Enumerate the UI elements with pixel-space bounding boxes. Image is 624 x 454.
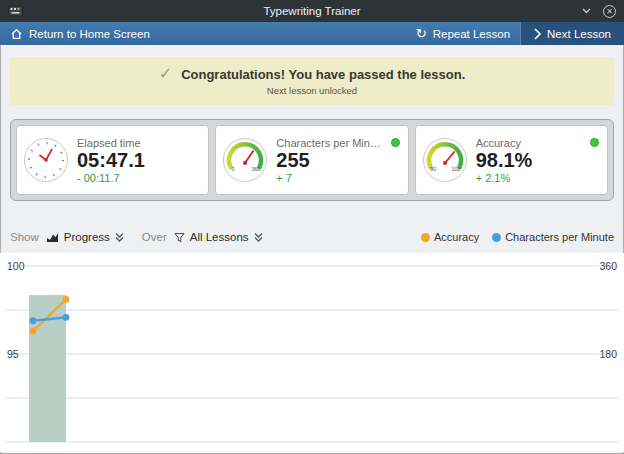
repeat-lesson-label: Repeat Lesson xyxy=(433,28,510,40)
legend-item-cpm: Characters per Minute xyxy=(492,231,614,243)
repeat-lesson-button[interactable]: ↻ Repeat Lesson xyxy=(406,22,520,45)
close-icon[interactable]: ✕ xyxy=(603,5,616,18)
chart-legend: Accuracy Characters per Minute xyxy=(421,231,614,243)
progress-chart-area: 10095360180 xyxy=(0,253,624,452)
next-lesson-label: Next Lesson xyxy=(547,28,611,40)
next-arrow-icon xyxy=(534,28,541,40)
svg-text:90: 90 xyxy=(430,166,436,172)
show-value: Progress xyxy=(64,231,110,243)
lessons-filter-value: All Lessons xyxy=(190,231,249,243)
accuracy-gauge-icon: 90 100 xyxy=(422,137,468,183)
cpm-legend-dot xyxy=(492,233,501,242)
over-label: Over xyxy=(142,231,167,243)
progress-chart: 10095360180 xyxy=(0,253,624,452)
svg-text:95: 95 xyxy=(7,348,19,360)
show-combobox[interactable]: Progress xyxy=(46,231,124,243)
home-icon xyxy=(10,28,23,40)
svg-text:180: 180 xyxy=(599,348,617,360)
elapsed-time-value: 05:47.1 xyxy=(77,149,200,172)
check-icon: ✓ xyxy=(159,66,172,82)
expander-icon xyxy=(115,232,124,242)
elapsed-time-label: Elapsed time xyxy=(77,137,200,149)
accuracy-card: 90 100 Accuracy 98.1% + 2.1% xyxy=(415,125,608,195)
return-home-label: Return to Home Screen xyxy=(29,28,150,40)
pass-message-title: Congratulations! You have passed the les… xyxy=(181,67,465,82)
graph-filter-row: Show Progress Over All Lessons Accuracy … xyxy=(10,227,614,247)
accuracy-status-dot xyxy=(590,138,599,147)
filter-funnel-icon xyxy=(174,232,185,243)
cpm-status-dot xyxy=(391,138,400,147)
stats-bar: Elapsed time 05:47.1 - 00:11.7 0 360 Cha… xyxy=(10,119,614,201)
pass-message-subtitle: Next lesson unlocked xyxy=(267,85,357,96)
cpm-label: Characters per Min… xyxy=(276,137,386,149)
accuracy-value: 98.1% xyxy=(476,149,599,172)
clock-icon xyxy=(23,137,69,183)
lessons-filter-combobox[interactable]: All Lessons xyxy=(174,231,263,243)
window-menu-icon[interactable] xyxy=(582,8,591,14)
titlebar: Typewriting Trainer ✕ xyxy=(0,0,624,22)
cpm-delta: + 7 xyxy=(276,172,399,184)
elapsed-time-card: Elapsed time 05:47.1 - 00:11.7 xyxy=(16,125,209,195)
svg-text:100: 100 xyxy=(451,166,460,172)
toolbar: Return to Home Screen ↻ Repeat Lesson Ne… xyxy=(0,22,624,45)
legend-item-accuracy: Accuracy xyxy=(421,231,479,243)
speed-gauge-icon: 0 360 xyxy=(222,137,268,183)
pass-message-banner: ✓ Congratulations! You have passed the l… xyxy=(10,57,614,105)
accuracy-label: Accuracy xyxy=(476,137,586,149)
accuracy-delta: + 2.1% xyxy=(476,172,599,184)
progress-chart-icon xyxy=(46,232,59,243)
window-title: Typewriting Trainer xyxy=(0,5,624,17)
show-label: Show xyxy=(10,231,39,243)
svg-text:100: 100 xyxy=(7,260,25,272)
expander-icon xyxy=(254,232,263,242)
accuracy-legend-dot xyxy=(421,233,430,242)
repeat-icon: ↻ xyxy=(416,27,427,40)
svg-text:0: 0 xyxy=(232,166,235,172)
cpm-value: 255 xyxy=(276,149,399,172)
cpm-card: 0 360 Characters per Min… 255 + 7 xyxy=(215,125,408,195)
return-home-button[interactable]: Return to Home Screen xyxy=(0,22,160,45)
elapsed-time-delta: - 00:11.7 xyxy=(77,172,200,184)
svg-text:360: 360 xyxy=(599,260,617,272)
next-lesson-button[interactable]: Next Lesson xyxy=(520,22,624,45)
svg-text:360: 360 xyxy=(252,166,261,172)
